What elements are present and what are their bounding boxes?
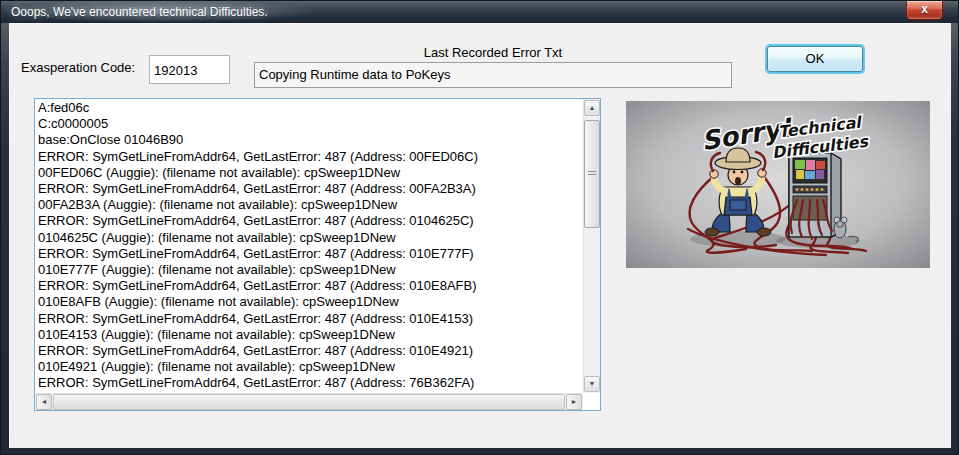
last-recorded-error-label: Last Recorded Error Txt bbox=[254, 45, 732, 60]
scroll-left-icon[interactable]: ◄ bbox=[36, 394, 52, 410]
error-log-line: 00FED06C (Auggie): (filename not availab… bbox=[38, 165, 583, 181]
close-icon[interactable]: x bbox=[906, 1, 943, 20]
error-log-line: ERROR: SymGetLineFromAddr64, GetLastErro… bbox=[38, 246, 583, 262]
error-log-line: 010E8AFB (Auggie): (filename not availab… bbox=[38, 294, 583, 310]
error-log-line: ERROR: SymGetLineFromAddr64, GetLastErro… bbox=[38, 375, 583, 391]
error-log-line: 010E777F (Auggie): (filename not availab… bbox=[38, 262, 583, 278]
horizontal-scrollbar-thumb[interactable] bbox=[53, 394, 565, 410]
vertical-scrollbar[interactable]: ▲ ▼ bbox=[583, 99, 600, 393]
last-error-text-field[interactable]: Copying Runtime data to PoKeys bbox=[254, 62, 732, 88]
error-log-line: ERROR: SymGetLineFromAddr64, GetLastErro… bbox=[38, 343, 583, 359]
dialog-client-area: Exasperation Code: Last Recorded Error T… bbox=[9, 23, 951, 448]
cartoon-illustration: Sorry! Technical Difficulties bbox=[626, 101, 930, 268]
ok-button[interactable]: OK bbox=[767, 46, 863, 72]
error-log-line: 010E4921 (Auggie): (filename not availab… bbox=[38, 359, 583, 375]
error-log-line: C:c0000005 bbox=[38, 116, 583, 132]
error-log-line: 010E4153 (Auggie): (filename not availab… bbox=[38, 327, 583, 343]
error-log-line: ERROR: SymGetLineFromAddr64, GetLastErro… bbox=[38, 311, 583, 327]
window-title: Ooops, We've encountered technical Diffi… bbox=[11, 5, 268, 19]
horizontal-scrollbar[interactable]: ◄ ► bbox=[35, 393, 583, 410]
scroll-up-icon[interactable]: ▲ bbox=[584, 100, 600, 116]
error-log-box[interactable]: A:fed06cC:c0000005base:OnClose 01046B90E… bbox=[34, 98, 601, 411]
machine bbox=[789, 153, 841, 239]
error-log-line: 00FA2B3A (Auggie): (filename not availab… bbox=[38, 197, 583, 213]
technical-difficulties-cartoon: Sorry! Technical Difficulties bbox=[626, 101, 930, 268]
exasperation-code-label: Exasperation Code: bbox=[21, 60, 135, 75]
error-log-line: ERROR: SymGetLineFromAddr64, GetLastErro… bbox=[38, 278, 583, 294]
error-log-content[interactable]: A:fed06cC:c0000005base:OnClose 01046B90E… bbox=[35, 99, 583, 393]
error-log-line: 0104625C (Auggie): (filename not availab… bbox=[38, 230, 583, 246]
error-log-line: ERROR: SymGetLineFromAddr64, GetLastErro… bbox=[38, 213, 583, 229]
error-log-line: ERROR: SymGetLineFromAddr64, GetLastErro… bbox=[38, 149, 583, 165]
error-log-line: ERROR: SymGetLineFromAddr64, GetLastErro… bbox=[38, 181, 583, 197]
vertical-scrollbar-thumb[interactable] bbox=[584, 120, 600, 228]
error-log-line: base:OnClose 01046B90 bbox=[38, 132, 583, 148]
scroll-right-icon[interactable]: ► bbox=[566, 394, 582, 410]
error-log-line: A:fed06c bbox=[38, 100, 583, 116]
exasperation-code-input[interactable] bbox=[149, 55, 230, 84]
title-bar[interactable]: Ooops, We've encountered technical Diffi… bbox=[1, 1, 958, 23]
error-dialog-window: Ooops, We've encountered technical Diffi… bbox=[0, 0, 959, 455]
scroll-down-icon[interactable]: ▼ bbox=[584, 376, 600, 392]
